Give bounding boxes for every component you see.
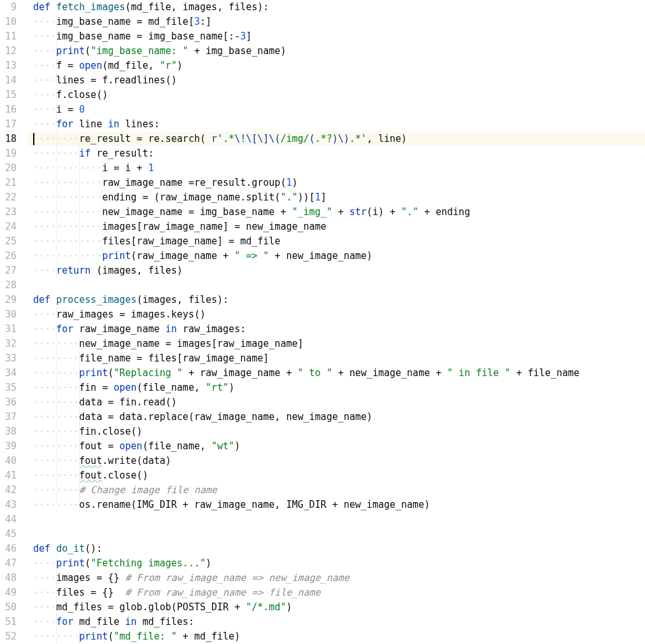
line-number[interactable]: 47 bbox=[5, 556, 17, 571]
line-number[interactable]: 9 bbox=[5, 0, 17, 15]
line-number[interactable]: 14 bbox=[5, 73, 17, 88]
line-number[interactable]: 42 bbox=[5, 483, 17, 498]
line-number[interactable]: 27 bbox=[5, 263, 17, 278]
indent-guide bbox=[56, 176, 57, 190]
line-number[interactable]: 28 bbox=[5, 278, 17, 293]
line-number-gutter[interactable]: 9101112131415161718192021222324252627282… bbox=[0, 0, 28, 644]
leading-whitespace: ········ bbox=[28, 396, 79, 408]
code-line[interactable]: ········os.rename(IMG_DIR + raw_image_na… bbox=[28, 498, 645, 512]
line-number[interactable]: 39 bbox=[5, 439, 17, 454]
code-line[interactable]: ········new_image_name = images[raw_imag… bbox=[28, 337, 645, 351]
leading-whitespace: ···· bbox=[28, 572, 56, 584]
line-number[interactable]: 33 bbox=[5, 351, 17, 366]
code-line[interactable]: ········data = data.replace(raw_image_na… bbox=[28, 410, 645, 424]
line-number[interactable]: 46 bbox=[5, 542, 17, 556]
line-number[interactable]: 15 bbox=[5, 88, 17, 102]
code-line[interactable]: ····files = {} # From raw_image_name => … bbox=[28, 585, 645, 600]
line-number[interactable]: 35 bbox=[5, 381, 17, 395]
code-token: images[raw_image_name] = new_image_name bbox=[102, 221, 326, 232]
code-line[interactable]: ············images[raw_image_name] = new… bbox=[28, 220, 645, 234]
code-line[interactable]: def fetch_images(md_file, images, files)… bbox=[28, 0, 645, 15]
line-number[interactable]: 10 bbox=[5, 15, 17, 29]
line-number[interactable]: 37 bbox=[5, 410, 17, 424]
line-number[interactable]: 51 bbox=[5, 615, 17, 629]
code-line[interactable]: ····img_base_name = img_base_name[:-3] bbox=[28, 29, 645, 44]
code-line[interactable]: ····print("img_base_name: " + img_base_n… bbox=[28, 44, 645, 59]
line-number[interactable]: 21 bbox=[5, 176, 17, 190]
code-line[interactable]: ············raw_image_name =re_result.gr… bbox=[28, 176, 645, 190]
indent-guide bbox=[56, 615, 57, 629]
line-number[interactable]: 43 bbox=[5, 498, 17, 512]
code-line[interactable]: ····f.close() bbox=[28, 88, 645, 102]
line-number[interactable]: 30 bbox=[5, 307, 17, 322]
line-number[interactable]: 17 bbox=[5, 117, 17, 132]
code-line[interactable] bbox=[28, 512, 645, 527]
code-token: ( bbox=[309, 133, 315, 144]
code-line[interactable] bbox=[28, 278, 645, 293]
line-number[interactable]: 34 bbox=[5, 366, 17, 381]
line-number[interactable]: 40 bbox=[5, 454, 17, 468]
line-number[interactable]: 11 bbox=[5, 29, 17, 44]
code-line[interactable]: ········# Change image file name bbox=[28, 483, 645, 498]
code-line[interactable]: ········fin.close() bbox=[28, 424, 645, 439]
code-token: ( bbox=[108, 631, 113, 642]
code-token: def bbox=[33, 1, 56, 13]
code-line[interactable]: ····raw_images = images.keys() bbox=[28, 307, 645, 322]
line-number[interactable]: 31 bbox=[5, 322, 17, 337]
code-line[interactable]: ········fin = open(file_name, "rt") bbox=[28, 381, 645, 395]
code-line[interactable]: ····images = {} # From raw_image_name =>… bbox=[28, 571, 645, 585]
code-line[interactable]: ········fout = open(file_name, "wt") bbox=[28, 439, 645, 454]
code-line[interactable]: ········data = fin.read() bbox=[28, 395, 645, 410]
line-number[interactable]: 16 bbox=[5, 102, 17, 117]
code-line[interactable]: ····lines = f.readlines() bbox=[28, 73, 645, 88]
line-number[interactable]: 52 bbox=[5, 629, 17, 644]
code-line[interactable]: ········if re_result: bbox=[28, 146, 645, 161]
line-number[interactable]: 22 bbox=[5, 190, 17, 205]
line-number[interactable]: 19 bbox=[5, 146, 17, 161]
line-number[interactable]: 25 bbox=[5, 234, 17, 249]
code-editor[interactable]: 9101112131415161718192021222324252627282… bbox=[0, 0, 645, 644]
code-token: "Replacing " bbox=[114, 367, 183, 379]
code-line[interactable]: def do_it(): bbox=[28, 542, 645, 556]
code-line[interactable]: ············i = i + 1 bbox=[28, 161, 645, 176]
line-number[interactable]: 45 bbox=[5, 527, 17, 542]
code-line[interactable]: ············new_image_name = img_base_na… bbox=[28, 205, 645, 220]
line-number[interactable]: 50 bbox=[5, 600, 17, 615]
line-number[interactable]: 48 bbox=[5, 571, 17, 585]
line-number[interactable]: 44 bbox=[5, 512, 17, 527]
code-line[interactable]: ····for line in lines: bbox=[28, 117, 645, 132]
line-number[interactable]: 36 bbox=[5, 395, 17, 410]
line-number[interactable]: 24 bbox=[5, 220, 17, 234]
code-line[interactable]: ····md_files = glob.glob(POSTS_DIR + "/*… bbox=[28, 600, 645, 615]
line-number[interactable]: 29 bbox=[5, 293, 17, 307]
code-line[interactable]: ········re_result = re.search( r'.*\!\[\… bbox=[28, 132, 645, 146]
code-line[interactable]: ············ending = (raw_image_name.spl… bbox=[28, 190, 645, 205]
code-line[interactable]: ····f = open(md_file, "r") bbox=[28, 59, 645, 73]
code-line[interactable]: ····i = 0 bbox=[28, 102, 645, 117]
line-number[interactable]: 32 bbox=[5, 337, 17, 351]
line-number[interactable]: 12 bbox=[5, 44, 17, 59]
code-line[interactable]: ········print("md_file: " + md_file) bbox=[28, 629, 645, 644]
line-number[interactable]: 38 bbox=[5, 424, 17, 439]
code-line[interactable]: ····for md_file in md_files: bbox=[28, 615, 645, 629]
line-number[interactable]: 20 bbox=[5, 161, 17, 176]
line-number[interactable]: 13 bbox=[5, 59, 17, 73]
line-number[interactable]: 18 bbox=[5, 132, 17, 146]
code-line[interactable]: ········fout.close() bbox=[28, 468, 645, 483]
code-line[interactable]: ········fout.write(data) bbox=[28, 454, 645, 468]
code-line[interactable] bbox=[28, 527, 645, 542]
code-line[interactable]: ········print("Replacing " + raw_image_n… bbox=[28, 366, 645, 381]
code-line[interactable]: ········file_name = files[raw_image_name… bbox=[28, 351, 645, 366]
code-line[interactable]: ····print("Fetching images...") bbox=[28, 556, 645, 571]
code-line[interactable]: ············files[raw_image_name] = md_f… bbox=[28, 234, 645, 249]
line-number[interactable]: 49 bbox=[5, 585, 17, 600]
line-number[interactable]: 23 bbox=[5, 205, 17, 220]
code-line[interactable]: ············print(raw_image_name + " => … bbox=[28, 249, 645, 263]
code-line[interactable]: ····img_base_name = md_file[3:] bbox=[28, 15, 645, 29]
code-line[interactable]: ····return (images, files) bbox=[28, 263, 645, 278]
line-number[interactable]: 41 bbox=[5, 468, 17, 483]
code-area[interactable]: def fetch_images(md_file, images, files)… bbox=[28, 0, 645, 644]
code-line[interactable]: ····for raw_image_name in raw_images: bbox=[28, 322, 645, 337]
line-number[interactable]: 26 bbox=[5, 249, 17, 263]
code-line[interactable]: def process_images(images, files): bbox=[28, 293, 645, 307]
